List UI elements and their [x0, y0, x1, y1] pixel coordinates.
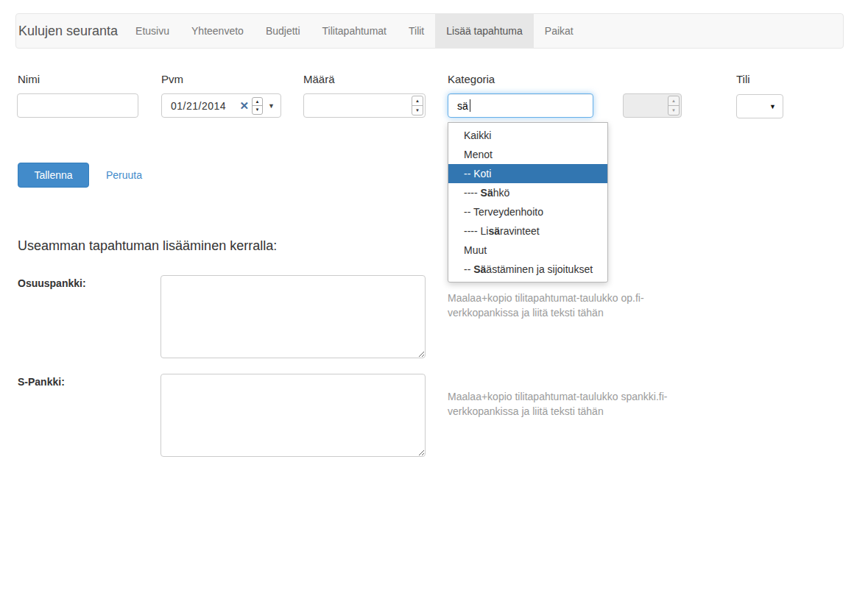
date-spinner[interactable]: ▲ ▼ [252, 97, 263, 115]
maara-spin-down-icon[interactable]: ▼ [412, 106, 423, 115]
kategoria-field [448, 93, 593, 118]
dropdown-item-saastaminen[interactable]: -- Säästäminen ja sijoitukset [448, 260, 607, 279]
pvm-date-input[interactable]: 01/21/2014 ✕ ▲ ▼ ▼ [161, 93, 281, 118]
nimi-label: Nimi [18, 73, 40, 85]
spankki-label: S-Pankki: [18, 376, 65, 388]
kategoria-dropdown: Kaikki Menot -- Koti ---- Sähkö -- Terve… [448, 122, 608, 283]
kategoria-amount-field: ▲ ▼ [623, 93, 682, 118]
date-clear-icon[interactable]: ✕ [240, 99, 253, 113]
pvm-label: Pvm [161, 73, 183, 85]
save-button[interactable]: Tallenna [18, 163, 89, 188]
spankki-hint: Maalaa+kopio tilitapahtumat-taulukko spa… [448, 389, 691, 419]
spankki-textarea[interactable] [160, 374, 426, 457]
osuuspankki-hint: Maalaa+kopio tilitapahtumat-taulukko op.… [448, 291, 691, 320]
nimi-input[interactable] [17, 93, 138, 118]
dropdown-item-terveydenhoito[interactable]: -- Terveydenhoito [448, 202, 607, 221]
maara-spinner[interactable]: ▲ ▼ [412, 96, 423, 116]
nav-item-tilitapahtumat[interactable]: Tilitapahtumat [311, 14, 398, 48]
dropdown-item-lisaravinteet[interactable]: ---- Lisäravinteet [448, 221, 607, 241]
bulk-section-heading: Useamman tapahtuman lisääminen kerralla: [18, 238, 277, 254]
select-dropdown-icon: ▼ [769, 103, 776, 110]
maara-input[interactable] [303, 93, 426, 118]
pvm-date-value[interactable]: 01/21/2014 [171, 100, 240, 112]
kategoria-amount-spinner: ▲ ▼ [668, 96, 680, 116]
navbar: Kulujen seuranta Etusivu Yhteenveto Budj… [15, 13, 844, 49]
kategoria-label: Kategoria [448, 73, 495, 85]
spin-down-icon: ▼ [668, 106, 679, 115]
cancel-link[interactable]: Peruuta [106, 169, 142, 181]
date-spin-down-icon[interactable]: ▼ [253, 106, 262, 114]
maara-spin-up-icon[interactable]: ▲ [412, 96, 423, 106]
app-brand[interactable]: Kulujen seuranta [16, 14, 124, 48]
nav-item-tilit[interactable]: Tilit [398, 14, 435, 48]
nav-item-paikat[interactable]: Paikat [534, 14, 585, 48]
dropdown-item-kaikki[interactable]: Kaikki [448, 126, 607, 145]
spin-up-icon: ▲ [668, 96, 679, 106]
nav-item-budjetti[interactable]: Budjetti [255, 14, 311, 48]
maara-field: ▲ ▼ [303, 93, 426, 118]
nav-item-etusivu[interactable]: Etusivu [124, 14, 180, 48]
maara-label: Määrä [303, 73, 335, 85]
dropdown-item-menot[interactable]: Menot [448, 145, 607, 164]
tili-select[interactable]: ▼ [736, 94, 783, 118]
tili-label: Tili [736, 73, 750, 85]
dropdown-item-sahko[interactable]: ---- Sähkö [448, 183, 607, 202]
nav-item-lisaa-tapahtuma[interactable]: Lisää tapahtuma [435, 14, 534, 48]
text-caret [470, 99, 470, 112]
dropdown-item-muut[interactable]: Muut [448, 241, 607, 260]
dropdown-item-koti[interactable]: -- Koti [448, 164, 607, 183]
page: Kulujen seuranta Etusivu Yhteenveto Budj… [0, 0, 868, 604]
date-spin-up-icon[interactable]: ▲ [253, 98, 262, 107]
osuuspankki-textarea[interactable] [160, 275, 426, 358]
osuuspankki-label: Osuuspankki: [18, 277, 86, 289]
nav-item-yhteenveto[interactable]: Yhteenveto [180, 14, 255, 48]
date-calendar-dropdown-icon[interactable]: ▼ [263, 102, 275, 110]
